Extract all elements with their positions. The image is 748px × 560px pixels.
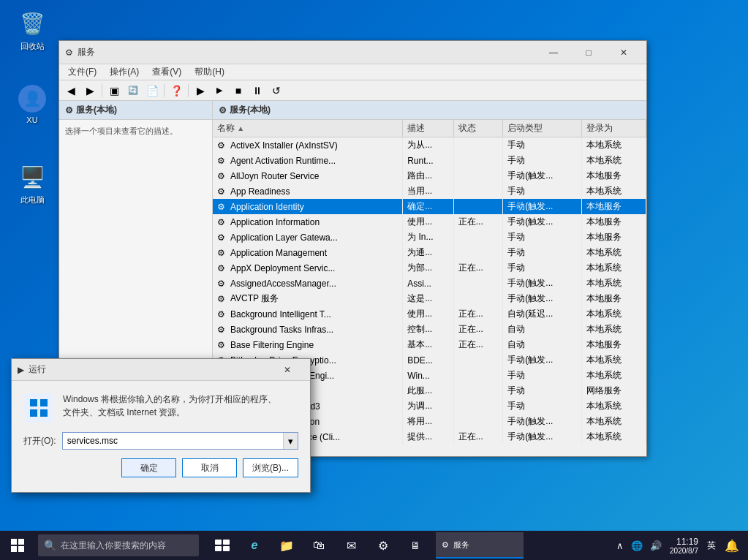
- col-login[interactable]: 登录为: [582, 120, 646, 137]
- play-button[interactable]: ▶: [192, 83, 209, 99]
- back-button[interactable]: ◀: [62, 83, 80, 99]
- run-browse-button[interactable]: 浏览(B)...: [243, 458, 298, 477]
- service-desc-cell: 为 In...: [403, 230, 454, 245]
- start-button[interactable]: [0, 531, 35, 560]
- run-buttons: 确定 取消 浏览(B)...: [23, 458, 298, 480]
- close-button[interactable]: ✕: [607, 44, 641, 61]
- service-gear-icon: ⚙: [217, 232, 227, 243]
- table-row[interactable]: ⚙AssignedAccessManager...Assi...手动(触发...…: [213, 276, 646, 291]
- show-hide-button[interactable]: ▣: [105, 83, 123, 99]
- svg-rect-7: [11, 546, 17, 552]
- menu-action[interactable]: 操作(A): [104, 64, 145, 80]
- service-desc-cell: Win...: [403, 368, 454, 383]
- table-row[interactable]: ⚙Background Tasks Infras...控制...正在...自动本…: [213, 322, 646, 337]
- help-button[interactable]: ❓: [167, 83, 185, 99]
- chevron-up-icon[interactable]: ∧: [614, 540, 626, 551]
- col-name[interactable]: 名称 ▲: [213, 120, 403, 137]
- my-computer-icon[interactable]: 🖥️ 此电脑: [6, 159, 58, 208]
- play2-button[interactable]: ▶: [211, 83, 228, 99]
- pause-button[interactable]: ⏸: [249, 83, 266, 99]
- rdp-button[interactable]: 🖥: [401, 531, 430, 560]
- service-startup-cell: 手动(触发...: [503, 168, 582, 183]
- table-row[interactable]: ⚙Background Intelligent T...使用...正在...自动…: [213, 306, 646, 322]
- service-status-cell: 正在...: [453, 214, 503, 230]
- table-row[interactable]: ⚙AppX Deployment Servic...为部...正在...手动本地…: [213, 260, 646, 276]
- settings-taskbar-button[interactable]: ⚙: [369, 531, 398, 560]
- table-row[interactable]: ⚙AVCTP 服务这是...手动(触发...本地服务: [213, 291, 646, 306]
- maximize-button[interactable]: □: [572, 44, 605, 61]
- service-login-cell: 本地系统: [582, 276, 646, 291]
- sound-icon[interactable]: 🔊: [648, 540, 664, 551]
- run-dropdown-button[interactable]: ▾: [283, 433, 298, 449]
- service-name-cell: ⚙Background Intelligent T...: [213, 306, 403, 322]
- clock[interactable]: 11:19 2020/8/7: [667, 537, 701, 555]
- table-header-row: 名称 ▲ 描述 状态 启动类型 登录为: [213, 120, 646, 137]
- forward-button[interactable]: ▶: [81, 83, 99, 99]
- refresh-button[interactable]: 🔄: [124, 83, 142, 99]
- stop-button[interactable]: ■: [230, 83, 247, 99]
- col-startup[interactable]: 启动类型: [503, 120, 582, 137]
- explorer-button[interactable]: 📁: [272, 531, 301, 560]
- svg-rect-0: [24, 393, 53, 423]
- service-name-cell: ⚙ActiveX Installer (AxInstSV): [213, 137, 403, 154]
- taskbar-center: e 📁 🛍 ✉ ⚙ 🖥: [208, 531, 430, 560]
- service-desc-cell: 使用...: [403, 214, 454, 230]
- language-indicator[interactable]: 英: [704, 540, 719, 552]
- service-desc-cell: 将用...: [403, 414, 454, 429]
- table-row[interactable]: ⚙Application Layer Gatewa...为 In...手动本地服…: [213, 230, 646, 245]
- table-row[interactable]: ⚙Agent Activation Runtime...Runt...手动本地系…: [213, 153, 646, 168]
- service-desc-cell: 这是...: [403, 291, 454, 306]
- service-desc-cell: 提供...: [403, 429, 454, 444]
- col-status[interactable]: 状态: [453, 120, 503, 137]
- run-ok-button[interactable]: 确定: [121, 458, 176, 477]
- minimize-button[interactable]: —: [537, 44, 570, 61]
- table-row[interactable]: ⚙AllJoyn Router Service路由...手动(触发...本地服务: [213, 168, 646, 183]
- taskbar: 🔍 在这里输入你要搜索的内容 e 📁 🛍 ✉ ⚙ 🖥 ⚙ 服务 ∧ 🌐 🔊 11…: [0, 531, 748, 560]
- service-name-cell: ⚙AppX Deployment Servic...: [213, 260, 403, 276]
- service-gear-icon: ⚙: [217, 248, 227, 258]
- service-startup-cell: 手动: [503, 230, 582, 245]
- export-button[interactable]: 📄: [143, 83, 161, 99]
- service-status-cell: [453, 168, 503, 183]
- run-title-text: 运行: [29, 363, 46, 376]
- services-titlebar: ⚙ 服务 — □ ✕: [59, 41, 646, 64]
- service-desc-cell: 基本...: [403, 337, 454, 352]
- service-login-cell: 本地系统: [582, 260, 646, 276]
- run-close-button[interactable]: ✕: [271, 361, 304, 379]
- edge-button[interactable]: e: [240, 531, 269, 560]
- services-taskbar-button[interactable]: ⚙ 服务: [436, 532, 524, 559]
- left-panel-title: 服务(本地): [76, 104, 117, 116]
- taskbar-search[interactable]: 🔍 在这里输入你要搜索的内容: [38, 534, 199, 556]
- svg-rect-1: [30, 399, 37, 406]
- table-row[interactable]: ⚙Application Identity确定...手动(触发...本地服务: [213, 199, 646, 214]
- table-row[interactable]: ⚙Application Information使用...正在...手动(触发.…: [213, 214, 646, 230]
- table-row[interactable]: ⚙Application Management为通...手动本地系统: [213, 245, 646, 260]
- run-input-field[interactable]: [63, 434, 283, 448]
- table-row[interactable]: ⚙ActiveX Installer (AxInstSV)为从...手动本地系统: [213, 137, 646, 154]
- service-login-cell: 本地系统: [582, 352, 646, 368]
- service-gear-icon: ⚙: [217, 217, 227, 227]
- table-row[interactable]: ⚙App Readiness当用...手动本地系统: [213, 183, 646, 199]
- right-panel-header: ⚙ 服务(本地): [213, 101, 646, 120]
- recycle-bin-icon[interactable]: 🗑️ 回收站: [6, 6, 58, 55]
- service-desc-cell: 为部...: [403, 260, 454, 276]
- network-icon[interactable]: 🌐: [629, 540, 645, 551]
- menu-file[interactable]: 文件(F): [62, 64, 102, 80]
- restart-button[interactable]: ↺: [268, 83, 285, 99]
- user-account-icon[interactable]: 👤 XU: [6, 82, 58, 127]
- run-cancel-button[interactable]: 取消: [182, 458, 237, 477]
- service-startup-cell: 自动(延迟...: [503, 306, 582, 322]
- col-desc[interactable]: 描述: [403, 120, 454, 137]
- table-row[interactable]: ⚙Base Filtering Engine基本...正在...自动本地服务: [213, 337, 646, 352]
- svg-rect-3: [30, 409, 37, 417]
- svg-rect-5: [11, 539, 17, 545]
- task-view-button[interactable]: [208, 531, 237, 560]
- run-icon: [23, 393, 54, 423]
- menu-view[interactable]: 查看(V): [146, 64, 187, 80]
- mail-button[interactable]: ✉: [336, 531, 366, 560]
- left-panel-header: ⚙ 服务(本地): [59, 101, 212, 120]
- notification-icon[interactable]: 🔔: [722, 539, 742, 553]
- store-button[interactable]: 🛍: [304, 531, 333, 560]
- computer-label: 此电脑: [20, 194, 45, 205]
- menu-help[interactable]: 帮助(H): [189, 64, 230, 80]
